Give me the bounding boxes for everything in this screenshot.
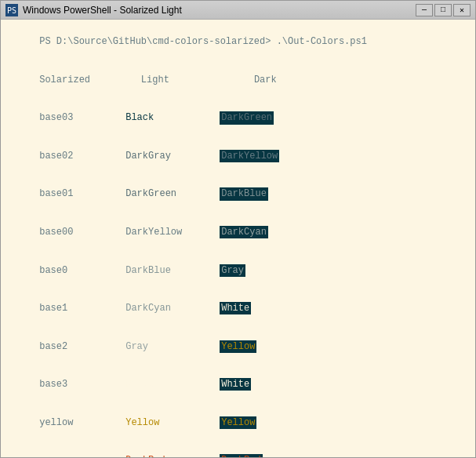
row-base02: base02DarkGrayDarkYellow (5, 137, 471, 176)
maximize-button[interactable]: □ (434, 4, 452, 16)
row-base00: base00DarkYellowDarkCyan (5, 213, 471, 252)
prompt-text: PS D:\Source\GitHub\cmd-colors-solarized… (39, 36, 367, 47)
titlebar-buttons: — □ ✕ (416, 4, 471, 16)
svg-text:PS: PS (7, 6, 16, 15)
row-base3: base3WhiteWhite (5, 365, 471, 404)
row-base0: base0DarkBlueGray (5, 251, 471, 289)
solarized-header: Solarized Light Dark (5, 61, 471, 100)
titlebar: PS Windows PowerShell - Solarized Light … (1, 1, 475, 20)
console-area[interactable]: PS D:\Source\GitHub\cmd-colors-solarized… (1, 20, 475, 457)
window: PS Windows PowerShell - Solarized Light … (0, 0, 476, 458)
titlebar-icon: PS (5, 4, 18, 16)
minimize-button[interactable]: — (416, 4, 433, 16)
titlebar-title: Windows PowerShell - Solarized Light (23, 5, 416, 16)
row-base1: base1DarkCyanWhite (5, 289, 471, 328)
row-base01: base01DarkGreenDarkBlue (5, 175, 471, 213)
row-orange: orangeDarkRedDarkRed (5, 442, 471, 457)
prompt-line-1: PS D:\Source\GitHub\cmd-colors-solarized… (5, 23, 471, 61)
row-yellow: yellowYellowYellow (5, 404, 471, 442)
row-base03: base03BlackDarkGreen (5, 99, 471, 137)
close-button[interactable]: ✕ (453, 4, 471, 16)
row-base2: base2GrayYellow (5, 328, 471, 366)
